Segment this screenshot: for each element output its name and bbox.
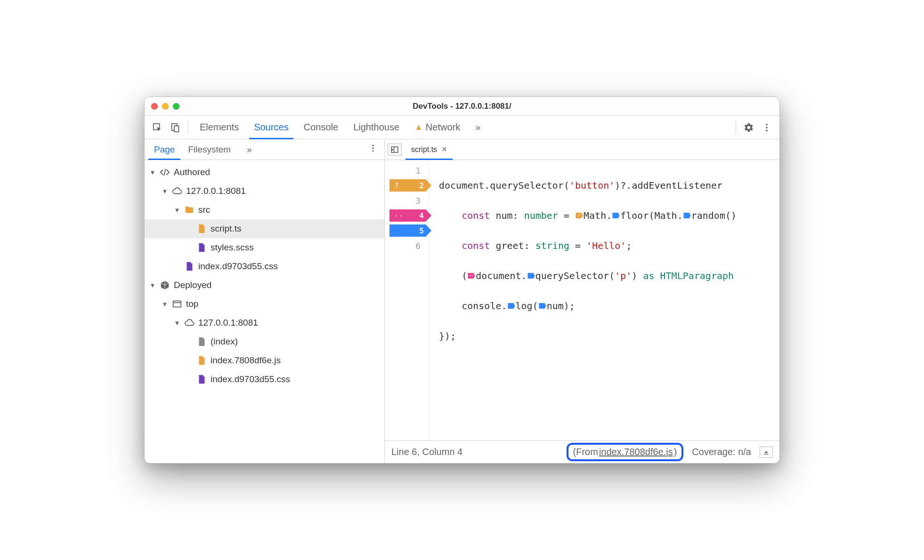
inline-bp-blue-icon[interactable] <box>538 302 547 310</box>
tree-file-styles[interactable]: styles.scss <box>145 238 384 257</box>
editor-statusbar: Line 6, Column 4 (From index.7808df6e.js… <box>385 440 779 463</box>
inline-bp-blue-icon[interactable] <box>612 211 620 220</box>
tree-label: styles.scss <box>211 242 254 253</box>
inline-bp-orange-icon[interactable]: ? <box>575 211 584 220</box>
tree-file-script[interactable]: script.ts <box>145 219 384 238</box>
show-drawer-button[interactable] <box>760 447 773 458</box>
sidebar-tabs-overflow[interactable]: » <box>240 139 259 160</box>
breakpoint-conditional[interactable]: ?2 <box>389 179 431 192</box>
tree-label: 127.0.0.1:8081 <box>186 186 246 196</box>
minimize-window-button[interactable] <box>162 103 169 110</box>
disclosure-triangle-icon[interactable]: ▼ <box>162 301 168 308</box>
warning-icon: ▲ <box>414 122 423 132</box>
tree-label: Authored <box>174 167 210 177</box>
tab-sources[interactable]: Sources <box>246 116 296 139</box>
svg-point-4 <box>766 127 768 128</box>
disclosure-triangle-icon[interactable]: ▼ <box>174 320 180 327</box>
inspect-element-icon[interactable] <box>149 120 165 136</box>
window-titlebar: DevTools - 127.0.0.1:8081/ <box>145 97 779 116</box>
svg-point-6 <box>372 145 373 146</box>
tree-host-deployed[interactable]: ▼ 127.0.0.1:8081 <box>145 313 384 332</box>
file-tree: ▼ Authored ▼ 127.0.0.1:8081 ▼ src <box>145 160 384 463</box>
cloud-icon <box>172 186 182 196</box>
tree-file-css-deployed[interactable]: index.d9703d55.css <box>145 370 384 389</box>
deployed-icon <box>160 280 170 290</box>
file-js-icon <box>196 224 207 234</box>
tree-file-index[interactable]: (index) <box>145 332 384 351</box>
tree-label: index.d9703d55.css <box>198 261 278 272</box>
main-tabbar: Elements Sources Console Lighthouse ▲ Ne… <box>145 116 779 139</box>
tab-elements[interactable]: Elements <box>192 116 246 139</box>
svg-point-3 <box>766 123 768 125</box>
code-icon <box>160 167 170 177</box>
tab-network-label: Network <box>426 122 460 133</box>
code-line: const num: number = ?Math.floor(Math.ran… <box>439 208 779 223</box>
sidebar-tabbar: Page Filesystem » <box>145 139 384 160</box>
tree-label: top <box>186 299 198 309</box>
close-window-button[interactable] <box>151 103 158 110</box>
kebab-menu-icon[interactable] <box>759 120 775 136</box>
line-number: 1 <box>415 166 421 176</box>
tab-network[interactable]: ▲ Network <box>407 116 468 139</box>
tree-deployed-group[interactable]: ▼ Deployed <box>145 276 384 295</box>
cloud-icon <box>184 318 195 328</box>
tree-label: src <box>198 205 210 215</box>
tree-frame-top[interactable]: ▼ top <box>145 295 384 313</box>
zoom-window-button[interactable] <box>173 103 179 110</box>
line-gutter[interactable]: 1 ?2 3 ··4 5 6 <box>385 160 430 440</box>
sidebar: Page Filesystem » ▼ Authored ▼ 127.0.0.1… <box>145 139 385 463</box>
tree-folder-src[interactable]: ▼ src <box>145 200 384 219</box>
code-area[interactable]: document.querySelector('button')?.addEve… <box>430 160 779 440</box>
tree-label: index.7808df6e.js <box>211 355 281 366</box>
code-line: const greet: string = 'Hello'; <box>439 238 779 253</box>
tab-lighthouse[interactable]: Lighthouse <box>346 116 407 139</box>
tree-host-authored[interactable]: ▼ 127.0.0.1:8081 <box>145 182 384 200</box>
svg-rect-9 <box>173 301 181 307</box>
tree-file-js[interactable]: index.7808df6e.js <box>145 351 384 370</box>
file-generic-icon <box>196 336 207 347</box>
settings-gear-icon[interactable] <box>741 120 757 136</box>
sidebar-kebab-icon[interactable] <box>368 144 378 155</box>
sidebar-tab-filesystem[interactable]: Filesystem <box>181 139 237 160</box>
separator <box>188 121 188 134</box>
cursor-position: Line 6, Column 4 <box>391 447 462 457</box>
svg-point-5 <box>766 129 768 131</box>
breakpoint-logpoint[interactable]: ··4 <box>389 209 431 222</box>
inline-bp-blue-icon[interactable] <box>507 302 516 310</box>
close-tab-icon[interactable]: × <box>442 144 447 154</box>
disclosure-triangle-icon[interactable]: ▼ <box>149 282 156 289</box>
devtools-window: DevTools - 127.0.0.1:8081/ Elements Sour… <box>144 96 780 464</box>
editor-tab-label: script.ts <box>411 145 437 154</box>
disclosure-triangle-icon[interactable]: ▼ <box>174 207 180 214</box>
tree-file-css-authored[interactable]: index.d9703d55.css <box>145 257 384 276</box>
file-css-icon <box>184 261 195 272</box>
svg-rect-14 <box>764 454 768 454</box>
file-css-icon <box>196 242 207 253</box>
code-line: }); <box>439 328 779 344</box>
editor-panel: script.ts × 1 ?2 3 ··4 5 6 <box>385 139 779 463</box>
inline-bp-blue-icon[interactable] <box>683 211 691 220</box>
inline-bp-pink-icon[interactable] <box>467 272 476 280</box>
disclosure-triangle-icon[interactable]: ▼ <box>162 188 168 195</box>
sidebar-tab-page[interactable]: Page <box>147 139 181 160</box>
editor-body: 1 ?2 3 ··4 5 6 document.querySelector('b… <box>385 160 779 440</box>
tree-authored-group[interactable]: ▼ Authored <box>145 163 384 182</box>
svg-point-7 <box>372 147 373 149</box>
breakpoint[interactable]: 5 <box>389 224 431 237</box>
line-number: 3 <box>415 196 421 206</box>
tree-label: (index) <box>211 336 238 347</box>
editor-tabbar: script.ts × <box>385 139 779 160</box>
disclosure-triangle-icon[interactable]: ▼ <box>149 169 156 176</box>
svg-rect-2 <box>174 126 178 132</box>
device-toggle-icon[interactable] <box>167 120 183 136</box>
traffic-lights <box>151 103 179 110</box>
svg-point-12 <box>470 275 470 276</box>
editor-tab-script[interactable]: script.ts × <box>405 139 454 160</box>
inline-bp-blue-icon[interactable] <box>527 272 535 280</box>
main-split: Page Filesystem » ▼ Authored ▼ 127.0.0.1… <box>145 139 779 463</box>
toggle-navigator-button[interactable] <box>388 144 402 156</box>
sourcemap-origin-link[interactable]: index.7808df6e.js <box>598 447 674 457</box>
tab-console[interactable]: Console <box>296 116 346 139</box>
tabs-overflow[interactable]: » <box>468 116 488 139</box>
from-suffix: ) <box>674 447 677 457</box>
